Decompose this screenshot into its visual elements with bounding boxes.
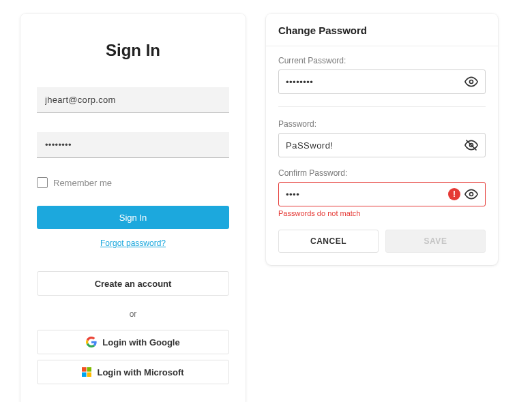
svg-rect-3 — [87, 373, 92, 377]
remember-checkbox[interactable] — [37, 177, 48, 188]
new-password-input[interactable] — [286, 140, 463, 151]
new-password-label: Password: — [278, 119, 486, 129]
remember-label: Remember me — [53, 178, 112, 188]
remember-row: Remember me — [37, 177, 229, 188]
password-actions: CANCEL SAVE — [266, 221, 498, 265]
separator — [278, 106, 486, 107]
confirm-password-field[interactable]: ! — [278, 182, 486, 206]
login-google-button[interactable]: Login with Google — [37, 330, 229, 354]
change-password-title: Change Password — [266, 14, 498, 46]
save-button[interactable]: SAVE — [385, 230, 486, 253]
password-input[interactable] — [37, 132, 229, 158]
svg-rect-1 — [87, 367, 92, 372]
create-account-button[interactable]: Create an account — [37, 271, 229, 296]
signin-button[interactable]: Sign In — [37, 206, 229, 229]
error-icon: ! — [448, 188, 460, 200]
or-separator: or — [37, 309, 229, 319]
eye-off-icon[interactable] — [463, 137, 479, 153]
signin-card: Sign In Remember me Sign In Forgot passw… — [20, 14, 246, 402]
google-icon — [86, 337, 97, 347]
eye-icon[interactable] — [463, 74, 479, 90]
new-password-field[interactable] — [278, 133, 486, 157]
login-google-label: Login with Google — [102, 337, 179, 347]
svg-rect-2 — [82, 373, 87, 377]
current-password-input[interactable] — [286, 77, 463, 87]
svg-rect-0 — [82, 367, 87, 372]
forgot-password-link[interactable]: Forgot password? — [37, 238, 229, 248]
login-microsoft-button[interactable]: Login with Microsoft — [37, 360, 229, 384]
current-password-label: Current Password: — [278, 56, 486, 65]
svg-point-4 — [470, 80, 473, 84]
eye-icon[interactable] — [463, 186, 479, 202]
signin-title: Sign In — [37, 41, 229, 60]
microsoft-icon — [82, 367, 91, 377]
login-microsoft-label: Login with Microsoft — [97, 367, 183, 377]
current-password-field[interactable] — [278, 69, 486, 94]
change-password-card: Change Password Current Password: Passwo… — [266, 14, 498, 265]
svg-point-7 — [470, 193, 473, 196]
confirm-password-input[interactable] — [286, 189, 448, 200]
cancel-button[interactable]: CANCEL — [278, 230, 379, 253]
error-message: Passwords do not match — [278, 209, 486, 217]
email-input[interactable] — [37, 87, 229, 113]
confirm-password-label: Confirm Password: — [278, 168, 486, 178]
